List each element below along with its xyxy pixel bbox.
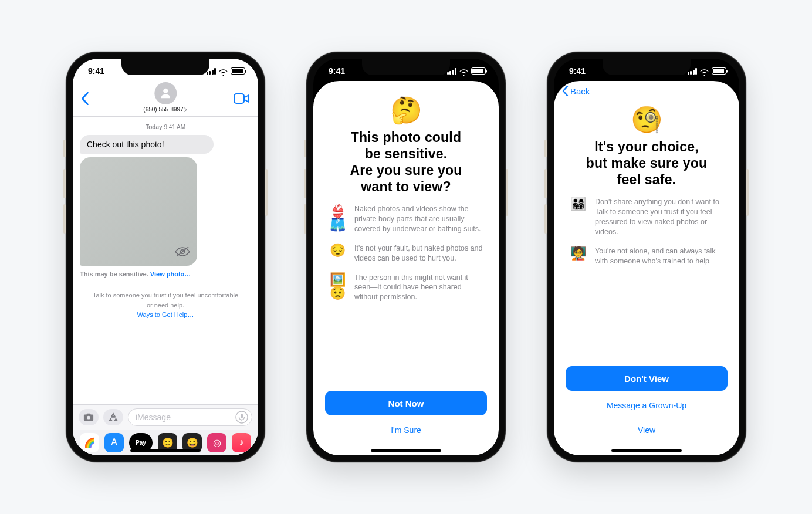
help-text: Talk to someone you trust if you feel un… bbox=[80, 290, 251, 320]
bullet-item: 🧑‍🏫 You're not alone, and can always tal… bbox=[569, 246, 724, 266]
screen-your-choice: 9:41 Back 🧐 It's your choice, but make s… bbox=[554, 59, 739, 455]
bullet-item: 👙🩳 Naked photos and videos show the priv… bbox=[329, 204, 483, 234]
not-now-button[interactable]: Not Now bbox=[325, 391, 487, 415]
bullet-item: 👨‍👩‍👧‍👦 Don't share anything you don't w… bbox=[569, 197, 724, 237]
music-app-icon[interactable]: ♪ bbox=[232, 433, 251, 452]
blurred-image[interactable] bbox=[80, 157, 197, 266]
home-indicator[interactable] bbox=[130, 449, 201, 452]
notch bbox=[362, 59, 450, 75]
view-photo-link[interactable]: View photo… bbox=[150, 270, 191, 278]
iphone-frame-1: 9:41 (650) 555-8997 bbox=[66, 52, 265, 462]
screen-messages: 9:41 (650) 555-8997 bbox=[73, 59, 258, 455]
picture-frame-icon: 🖼️😟 bbox=[329, 273, 346, 300]
wifi-icon bbox=[219, 68, 228, 75]
bullet-item: 😔 It's not your fault, but naked photos … bbox=[329, 244, 483, 263]
battery-icon bbox=[712, 67, 726, 75]
camera-button[interactable] bbox=[79, 409, 99, 425]
wifi-icon bbox=[700, 68, 709, 75]
iphone-frame-2: 9:41 🤔 This photo could be sensitive. Ar… bbox=[306, 52, 506, 462]
app-store-button[interactable] bbox=[103, 409, 123, 425]
status-time: 9:41 bbox=[569, 66, 586, 76]
warning-sheet: 🤔 This photo could be sensitive. Are you… bbox=[313, 81, 499, 455]
screen-sensitive-warning: 9:41 🤔 This photo could be sensitive. Ar… bbox=[313, 59, 499, 455]
swimsuit-icon: 👙🩳 bbox=[329, 204, 346, 231]
iphone-frame-3: 9:41 Back 🧐 It's your choice, but make s… bbox=[547, 52, 746, 462]
svg-rect-0 bbox=[234, 94, 244, 103]
choice-sheet: Back 🧐 It's your choice, but make sure y… bbox=[554, 81, 739, 455]
status-time: 9:41 bbox=[329, 66, 345, 76]
notch bbox=[603, 59, 691, 75]
svg-rect-4 bbox=[241, 414, 243, 418]
notch bbox=[121, 59, 209, 75]
sheet-nav: Back bbox=[554, 81, 739, 101]
conversation: Today 9:41 AM Check out this photo! This… bbox=[73, 117, 258, 393]
home-indicator[interactable] bbox=[371, 449, 441, 452]
im-sure-button[interactable]: I'm Sure bbox=[391, 420, 421, 440]
contact-number: (650) 555-8997 bbox=[143, 106, 183, 113]
dont-view-button[interactable]: Don't View bbox=[566, 366, 728, 391]
wifi-icon bbox=[459, 68, 468, 75]
message-input[interactable]: iMessage bbox=[128, 408, 252, 426]
family-icon: 👨‍👩‍👧‍👦 bbox=[569, 197, 587, 211]
ways-to-get-help-link[interactable]: Ways to Get Help… bbox=[92, 310, 239, 320]
choice-bullets: 👨‍👩‍👧‍👦 Don't share anything you don't w… bbox=[554, 188, 739, 266]
photos-app-icon[interactable]: 🌈 bbox=[80, 433, 99, 452]
warning-bullets: 👙🩳 Naked photos and videos show the priv… bbox=[313, 195, 499, 302]
action-buttons: Not Now I'm Sure bbox=[325, 391, 487, 440]
battery-icon bbox=[231, 67, 245, 75]
message-bubble: Check out this photo! bbox=[80, 135, 214, 154]
hero: 🤔 This photo could be sensitive. Are you… bbox=[313, 81, 499, 195]
thinking-face-icon: 🤔 bbox=[331, 97, 481, 123]
battery-icon bbox=[471, 67, 486, 75]
back-button[interactable]: Back bbox=[562, 86, 590, 96]
hero: 🧐 It's your choice, but make sure you fe… bbox=[554, 101, 739, 188]
facetime-icon[interactable] bbox=[234, 93, 250, 107]
messages-nav: (650) 555-8997 bbox=[73, 83, 258, 116]
teacher-icon: 🧑‍🏫 bbox=[569, 246, 587, 260]
back-icon[interactable] bbox=[81, 92, 89, 107]
dictation-icon[interactable] bbox=[235, 411, 248, 424]
find-app-icon[interactable]: ◎ bbox=[207, 433, 226, 452]
appstore-app-icon[interactable]: A bbox=[104, 433, 124, 452]
view-button[interactable]: View bbox=[638, 420, 655, 440]
bullet-item: 🖼️😟 The person in this might not want it… bbox=[329, 273, 483, 303]
hidden-eye-icon bbox=[175, 246, 190, 260]
avatar-icon bbox=[154, 82, 177, 104]
contact-header[interactable]: (650) 555-8997 bbox=[143, 82, 187, 113]
action-buttons: Don't View Message a Grown-Up View bbox=[566, 366, 728, 440]
message-input-bar: iMessage bbox=[73, 404, 258, 430]
status-time: 9:41 bbox=[88, 66, 104, 76]
monocle-face-icon: 🧐 bbox=[571, 107, 722, 133]
choice-headline: It's your choice, but make sure you feel… bbox=[571, 138, 722, 188]
message-grownup-button[interactable]: Message a Grown-Up bbox=[607, 395, 686, 415]
warning-headline: This photo could be sensitive. Are you s… bbox=[331, 129, 481, 195]
message-timestamp: Today 9:41 AM bbox=[80, 124, 251, 130]
home-indicator[interactable] bbox=[611, 449, 682, 452]
sensitive-warning: This may be sensitive. View photo… bbox=[80, 270, 251, 278]
input-placeholder: iMessage bbox=[136, 412, 171, 422]
sad-face-icon: 😔 bbox=[329, 244, 346, 257]
